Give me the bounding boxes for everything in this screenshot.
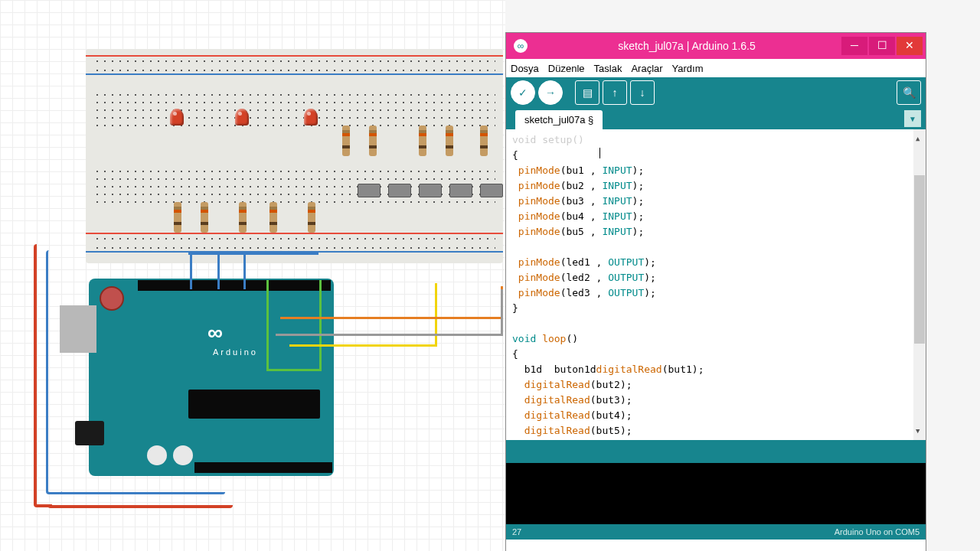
wire-5v — [47, 502, 233, 508]
wire-gnd — [58, 490, 225, 494]
console[interactable] — [506, 463, 926, 524]
code-editor[interactable]: void setup(){ pinMode(bu1 , INPUT); pinM… — [506, 129, 926, 440]
led-1 — [170, 109, 184, 126]
tab-bar: sketch_jul07a § ▼ — [506, 108, 926, 129]
capacitor — [147, 445, 167, 465]
board-name: Arduino — [213, 347, 258, 357]
wire — [188, 253, 318, 255]
resistor — [342, 126, 350, 156]
led-2 — [235, 109, 249, 126]
app-icon: ∞ — [514, 39, 528, 53]
scroll-down-icon[interactable]: ▼ — [916, 423, 920, 439]
board-port: Arduino Uno on COM5 — [835, 527, 920, 536]
power-jack — [75, 421, 104, 445]
upload-button[interactable]: → — [538, 80, 563, 105]
resistor — [369, 126, 377, 156]
menu-help[interactable]: Yardım — [672, 63, 704, 74]
scrollbar-thumb[interactable] — [914, 175, 925, 344]
pushbutton-4 — [449, 184, 472, 197]
wire-digital — [276, 289, 503, 336]
reset-button — [100, 286, 124, 311]
verify-button[interactable]: ✓ — [511, 80, 535, 105]
resistor — [239, 202, 247, 233]
wire — [190, 253, 192, 289]
wire — [217, 253, 220, 289]
resistor — [419, 126, 426, 156]
menu-edit[interactable]: Düzenle — [548, 63, 585, 74]
board-logo: ∞ — [207, 321, 223, 345]
resistor — [480, 126, 488, 156]
status-bar — [506, 440, 926, 463]
resistor — [270, 202, 277, 233]
menubar: Dosya Düzenle Taslak Araçlar Yardım — [506, 59, 926, 77]
open-button[interactable]: ↑ — [603, 80, 627, 105]
capacitor — [173, 445, 193, 465]
tab-menu-button[interactable]: ▼ — [904, 110, 921, 127]
menu-file[interactable]: Dosya — [511, 63, 539, 74]
pushbutton-2 — [388, 184, 411, 197]
serial-monitor-button[interactable]: 🔍 — [897, 80, 921, 105]
resistor — [446, 126, 453, 156]
wire-gnd — [46, 250, 62, 494]
resistor — [201, 202, 208, 233]
pushbutton-3 — [419, 184, 442, 197]
footer-bar: 27 Arduino Uno on COM5 — [506, 524, 926, 540]
scroll-up-icon[interactable]: ▲ — [916, 131, 920, 146]
new-button[interactable]: ▤ — [575, 80, 599, 105]
sketch-tab[interactable]: sketch_jul07a § — [515, 110, 603, 129]
menu-tools[interactable]: Araçlar — [631, 63, 662, 74]
pushbutton-1 — [358, 184, 381, 197]
breadboard — [86, 49, 503, 263]
line-number: 27 — [512, 527, 521, 536]
pushbutton-5 — [480, 184, 503, 197]
save-button[interactable]: ↓ — [630, 80, 655, 105]
usb-port — [60, 305, 96, 353]
maximize-button[interactable]: ☐ — [869, 37, 895, 55]
titlebar[interactable]: ∞ sketch_jul07a | Arduino 1.6.5 ─ ☐ ✕ — [506, 33, 926, 59]
atmega-chip — [188, 390, 320, 419]
minimize-button[interactable]: ─ — [841, 37, 867, 55]
led-3 — [304, 109, 318, 126]
close-button[interactable]: ✕ — [897, 37, 923, 55]
resistor — [308, 202, 315, 233]
window-title: sketch_jul07a | Arduino 1.6.5 — [532, 40, 841, 52]
menu-sketch[interactable]: Taslak — [594, 63, 622, 74]
resistor — [174, 202, 181, 233]
toolbar: ✓ → ▤ ↑ ↓ 🔍 — [506, 77, 926, 108]
scrollbar[interactable]: ▲ ▼ — [913, 129, 926, 440]
wire — [243, 253, 246, 289]
arduino-ide-window: ∞ sketch_jul07a | Arduino 1.6.5 ─ ☐ ✕ Do… — [505, 32, 926, 551]
circuit-canvas[interactable]: ∞ Arduino — [0, 0, 505, 551]
